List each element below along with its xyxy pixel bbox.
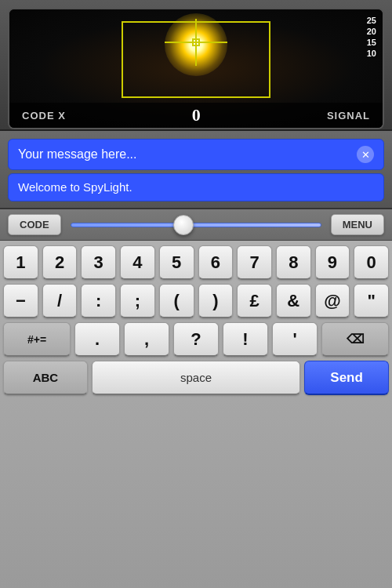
keyboard-bottom-row: ABC space Send <box>3 361 389 395</box>
scale-numbers: 25 20 15 10 <box>367 16 376 58</box>
key-1[interactable]: 1 <box>3 245 38 280</box>
key-period[interactable]: . <box>74 322 120 357</box>
message-display-text: Welcome to SpyLight. <box>18 180 132 194</box>
key-hashplus[interactable]: #+= <box>3 322 71 357</box>
code-label: CODE x <box>22 110 66 122</box>
key-rparen[interactable]: ) <box>198 284 234 318</box>
message-section: Your message here... ✕ Welcome to SpyLig… <box>0 131 392 209</box>
delete-key[interactable]: ⌫ <box>321 322 389 357</box>
key-send[interactable]: Send <box>304 361 389 395</box>
key-0[interactable]: 0 <box>354 245 389 280</box>
key-colon[interactable]: : <box>81 284 116 318</box>
message-input[interactable]: Your message here... <box>18 147 357 162</box>
slider-track <box>71 223 321 227</box>
key-ampersand[interactable]: & <box>276 284 311 318</box>
key-5[interactable]: 5 <box>159 245 194 280</box>
controls-row: CODE MENU <box>0 209 392 241</box>
viewfinder: 25 20 15 10 CODE x 0 SIGNAL <box>8 8 384 129</box>
scale-10: 10 <box>367 49 376 58</box>
key-minus[interactable]: − <box>3 284 38 318</box>
key-space[interactable]: space <box>92 361 300 395</box>
scale-20: 20 <box>367 27 376 36</box>
message-input-row[interactable]: Your message here... ✕ <box>8 139 384 170</box>
key-apos[interactable]: ' <box>272 322 318 357</box>
menu-button[interactable]: MENU <box>331 214 384 235</box>
keyboard-row-misc: #+= . , ? ! ' ⌫ <box>3 322 389 357</box>
viewfinder-bottom-bar: CODE x 0 SIGNAL <box>9 103 383 128</box>
code-value: 0 <box>192 105 201 125</box>
keyboard-section: 1 2 3 4 5 6 7 8 9 0 − / : ; ( ) £ & @ " … <box>0 241 392 588</box>
key-pound[interactable]: £ <box>237 284 272 318</box>
key-abc[interactable]: ABC <box>3 361 88 395</box>
key-semicolon[interactable]: ; <box>120 284 155 318</box>
key-8[interactable]: 8 <box>276 245 311 280</box>
key-7[interactable]: 7 <box>237 245 272 280</box>
viewfinder-section: 25 20 15 10 CODE x 0 SIGNAL <box>0 0 392 131</box>
scale-15: 15 <box>367 38 376 47</box>
key-3[interactable]: 3 <box>81 245 116 280</box>
scale-25: 25 <box>367 16 376 25</box>
key-slash[interactable]: / <box>42 284 78 318</box>
slider-thumb[interactable] <box>173 215 194 235</box>
key-2[interactable]: 2 <box>42 245 78 280</box>
key-6[interactable]: 6 <box>198 245 234 280</box>
key-comma[interactable]: , <box>124 322 169 357</box>
key-question[interactable]: ? <box>173 322 219 357</box>
code-button[interactable]: CODE <box>8 214 61 235</box>
key-exclaim[interactable]: ! <box>223 322 268 357</box>
clear-button[interactable]: ✕ <box>357 146 374 163</box>
crosshair-center <box>192 38 200 46</box>
keyboard-row-numbers: 1 2 3 4 5 6 7 8 9 0 <box>3 245 389 280</box>
keyboard-row-symbols: − / : ; ( ) £ & @ " <box>3 284 389 318</box>
key-quote[interactable]: " <box>354 284 389 318</box>
key-lparen[interactable]: ( <box>159 284 194 318</box>
signal-label: SIGNAL <box>327 110 370 122</box>
key-at[interactable]: @ <box>315 284 350 318</box>
key-9[interactable]: 9 <box>315 245 350 280</box>
slider-container[interactable] <box>71 217 321 233</box>
key-4[interactable]: 4 <box>120 245 155 280</box>
message-display: Welcome to SpyLight. <box>8 173 384 201</box>
